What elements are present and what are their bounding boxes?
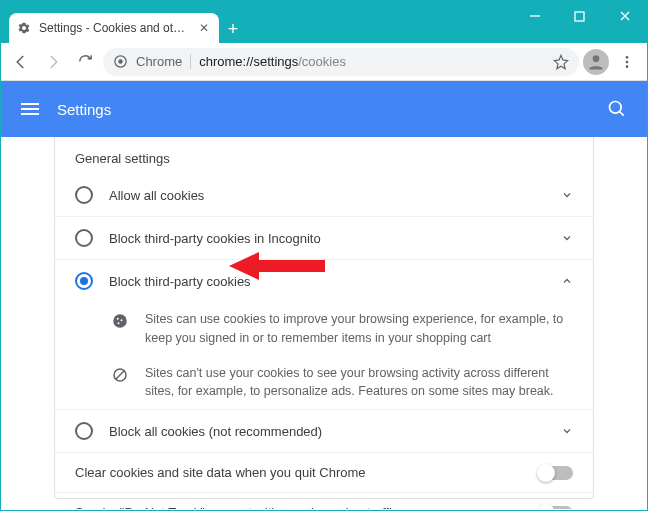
detail-block-info: Sites can't use your cookies to see your… bbox=[55, 356, 593, 410]
setting-label: Clear cookies and site data when you qui… bbox=[75, 465, 523, 480]
svg-rect-1 bbox=[575, 12, 584, 21]
hamburger-menu-button[interactable] bbox=[21, 103, 39, 115]
svg-line-17 bbox=[116, 370, 125, 379]
back-button[interactable] bbox=[7, 48, 35, 76]
section-title-general: General settings bbox=[55, 151, 593, 174]
chevron-down-icon bbox=[561, 425, 573, 437]
option-block-all-cookies[interactable]: Block all cookies (not recommended) bbox=[55, 409, 593, 452]
svg-point-7 bbox=[626, 56, 629, 59]
option-label: Block all cookies (not recommended) bbox=[109, 424, 545, 439]
svg-point-10 bbox=[610, 102, 622, 114]
chevron-down-icon bbox=[561, 189, 573, 201]
option-block-incognito[interactable]: Block third-party cookies in Incognito bbox=[55, 216, 593, 259]
svg-point-6 bbox=[593, 55, 600, 62]
setting-do-not-track[interactable]: Send a "Do Not Track" request with your … bbox=[55, 492, 593, 509]
svg-point-14 bbox=[121, 319, 123, 321]
reload-button[interactable] bbox=[71, 48, 99, 76]
option-allow-all-cookies[interactable]: Allow all cookies bbox=[55, 174, 593, 216]
svg-point-13 bbox=[117, 318, 119, 320]
setting-label: Send a "Do Not Track" request with your … bbox=[75, 505, 523, 509]
url-text: chrome://settings/cookies bbox=[199, 54, 346, 69]
forward-button[interactable] bbox=[39, 48, 67, 76]
address-bar[interactable]: Chrome chrome://settings/cookies bbox=[103, 48, 579, 76]
option-block-third-party[interactable]: Block third-party cookies bbox=[55, 259, 593, 302]
detail-text: Sites can use cookies to improve your br… bbox=[145, 310, 573, 348]
block-icon bbox=[111, 366, 131, 402]
cookie-icon bbox=[111, 312, 131, 348]
radio-icon bbox=[75, 422, 93, 440]
toggle-switch[interactable] bbox=[539, 466, 573, 480]
cookies-settings-card: General settings Allow all cookies Block… bbox=[54, 137, 594, 499]
radio-icon-checked bbox=[75, 272, 93, 290]
url-scheme-label: Chrome bbox=[136, 54, 191, 69]
bookmark-star-icon[interactable] bbox=[553, 54, 569, 70]
window-minimize-button[interactable] bbox=[512, 1, 557, 31]
content-scroll[interactable]: General settings Allow all cookies Block… bbox=[2, 137, 646, 509]
setting-clear-on-exit[interactable]: Clear cookies and site data when you qui… bbox=[55, 452, 593, 492]
chrome-badge-icon bbox=[113, 54, 128, 69]
browser-toolbar: Chrome chrome://settings/cookies bbox=[1, 43, 647, 81]
settings-app-header: Settings bbox=[1, 81, 647, 137]
svg-point-5 bbox=[118, 59, 122, 63]
radio-icon bbox=[75, 186, 93, 204]
option-label: Block third-party cookies bbox=[109, 274, 545, 289]
content-area: General settings Allow all cookies Block… bbox=[2, 137, 646, 509]
option-label: Block third-party cookies in Incognito bbox=[109, 231, 545, 246]
window-close-button[interactable] bbox=[602, 1, 647, 31]
svg-point-12 bbox=[113, 314, 127, 328]
svg-point-8 bbox=[626, 60, 629, 63]
settings-search-button[interactable] bbox=[607, 99, 627, 119]
chevron-down-icon bbox=[561, 232, 573, 244]
detail-cookie-info: Sites can use cookies to improve your br… bbox=[55, 302, 593, 356]
tab-title: Settings - Cookies and other site… bbox=[39, 21, 189, 35]
svg-point-9 bbox=[626, 65, 629, 68]
settings-header-title: Settings bbox=[57, 101, 589, 118]
tab-close-icon[interactable]: ✕ bbox=[197, 21, 211, 35]
chevron-up-icon bbox=[561, 275, 573, 287]
svg-point-15 bbox=[118, 322, 120, 324]
window-maximize-button[interactable] bbox=[557, 1, 602, 31]
radio-icon bbox=[75, 229, 93, 247]
new-tab-button[interactable]: + bbox=[219, 15, 247, 43]
gear-icon bbox=[17, 21, 31, 35]
svg-line-11 bbox=[620, 112, 624, 116]
option-label: Allow all cookies bbox=[109, 188, 545, 203]
browser-tab-settings[interactable]: Settings - Cookies and other site… ✕ bbox=[9, 13, 219, 43]
window-controls bbox=[512, 1, 647, 31]
profile-avatar[interactable] bbox=[583, 49, 609, 75]
toggle-switch[interactable] bbox=[539, 506, 573, 510]
overflow-menu-button[interactable] bbox=[613, 48, 641, 76]
detail-text: Sites can't use your cookies to see your… bbox=[145, 364, 573, 402]
